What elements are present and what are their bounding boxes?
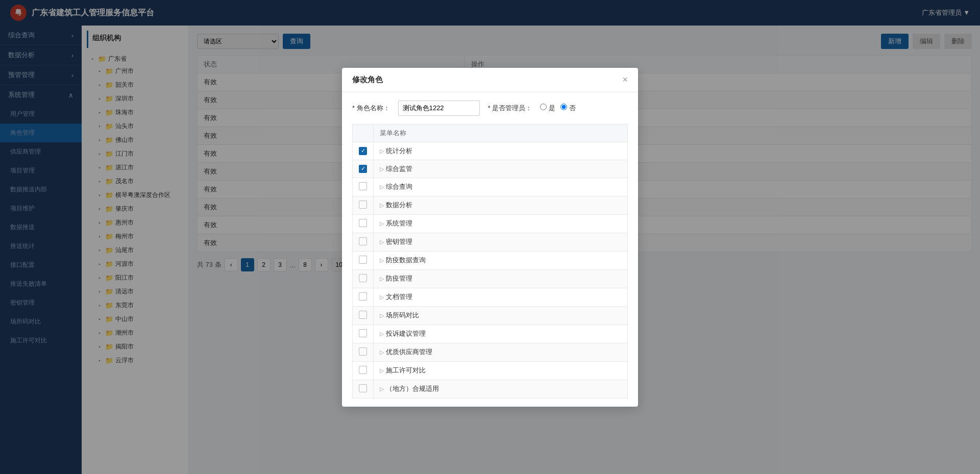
radio-no-text: 否 (569, 104, 576, 112)
modal-close-button[interactable]: × (622, 75, 628, 84)
modal-table-row: ✓ ▷综合监管 (353, 160, 628, 178)
checkbox-cell: ✓ (353, 142, 374, 160)
checkbox-cell (353, 288, 374, 306)
sub-expand-icon: ▷ (380, 202, 384, 208)
modal-table-row: ▷投诉建议管理 (353, 325, 628, 343)
checkbox-unchecked[interactable] (359, 274, 367, 282)
checkbox-unchecked[interactable] (359, 347, 367, 356)
radio-no-label[interactable]: 否 (560, 104, 576, 113)
radio-yes-label[interactable]: 是 (540, 104, 555, 113)
menu-name-cell: ▷密钥管理 (374, 233, 628, 251)
modal-table-row: ▷（地方）合规适用 (353, 380, 628, 398)
is-admin-label: * 是否管理员： (488, 104, 532, 113)
sub-expand-icon: ▷ (380, 386, 384, 392)
col-checkbox-header (353, 124, 374, 142)
menu-name-cell: ▷施工许可对比 (374, 361, 628, 380)
checkbox-cell (353, 178, 374, 196)
modal-dialog: 修改角色 × * 角色名称： * 是否管理员： 是 否 (342, 68, 638, 407)
menu-name-cell: ▷综合监管 (374, 160, 628, 178)
role-name-input[interactable] (398, 101, 480, 116)
sub-expand-icon: ▷ (380, 294, 384, 300)
menu-name-cell: ▷防疫管理 (374, 269, 628, 288)
radio-yes[interactable] (540, 104, 547, 110)
modal-header: 修改角色 × (342, 68, 638, 92)
menu-name-cell: ▷优质供应商管理 (374, 343, 628, 361)
checkbox-cell (353, 269, 374, 288)
checkbox-unchecked[interactable] (359, 329, 367, 337)
modal-body: * 角色名称： * 是否管理员： 是 否 (342, 92, 638, 407)
checkbox-unchecked[interactable] (359, 384, 367, 392)
modal-title: 修改角色 (352, 75, 383, 85)
checkbox-unchecked[interactable] (359, 311, 367, 319)
modal-overlay: 修改角色 × * 角色名称： * 是否管理员： 是 否 (0, 0, 980, 474)
role-name-label: * 角色名称： (352, 104, 390, 113)
sub-expand-icon: ▷ (380, 220, 384, 227)
modal-table-row: ▷数据分析 (353, 196, 628, 214)
radio-yes-text: 是 (549, 104, 555, 112)
modal-table-row: ▷综合查询 (353, 178, 628, 196)
sub-expand-icon: ▷ (380, 276, 384, 282)
checkbox-cell (353, 343, 374, 361)
menu-name-cell: ▷数据分析 (374, 196, 628, 214)
checkbox-unchecked[interactable] (359, 201, 367, 209)
menu-name-cell: ▷文档管理 (374, 288, 628, 306)
sub-expand-icon: ▷ (380, 184, 384, 190)
sub-expand-icon: ▷ (380, 367, 384, 373)
checkbox-cell (353, 214, 374, 233)
modal-table-row: ▷优质供应商管理 (353, 343, 628, 361)
sub-expand-icon: ▷ (380, 257, 384, 263)
modal-table-row: ▷防疫数据查询 (353, 251, 628, 269)
checkbox-cell (353, 306, 374, 325)
checkbox-cell (353, 196, 374, 214)
radio-no[interactable] (560, 104, 567, 110)
checkbox-cell: ✓ (353, 160, 374, 178)
col-menu-name-header: 菜单名称 (374, 124, 628, 142)
sub-expand-icon: ▷ (380, 148, 384, 154)
sub-expand-icon: ▷ (380, 166, 384, 172)
modal-table-row: ▷系统管理 (353, 214, 628, 233)
checkbox-unchecked[interactable] (359, 219, 367, 227)
sub-expand-icon: ▷ (380, 312, 384, 318)
checkbox-unchecked[interactable] (359, 182, 367, 190)
checkbox-checked[interactable]: ✓ (359, 165, 367, 173)
checkbox-cell (353, 251, 374, 269)
checkbox-checked[interactable]: ✓ (359, 147, 367, 155)
checkbox-cell (353, 233, 374, 251)
checkbox-unchecked[interactable] (359, 237, 367, 245)
form-row: * 角色名称： * 是否管理员： 是 否 (352, 101, 628, 116)
modal-menu-table: 菜单名称 ✓ ▷统计分析 ✓ ▷综合监管 ▷综合查询 ▷数据分析 ▷系统管理 ▷… (352, 124, 628, 398)
modal-table-row: ✓ ▷统计分析 (353, 142, 628, 160)
menu-name-cell: ▷综合查询 (374, 178, 628, 196)
modal-table-row: ▷文档管理 (353, 288, 628, 306)
sub-expand-icon: ▷ (380, 239, 384, 245)
menu-name-cell: ▷系统管理 (374, 214, 628, 233)
menu-name-cell: ▷投诉建议管理 (374, 325, 628, 343)
menu-name-cell: ▷场所码对比 (374, 306, 628, 325)
modal-table-row: ▷场所码对比 (353, 306, 628, 325)
modal-table-row: ▷密钥管理 (353, 233, 628, 251)
modal-table-row: ▷施工许可对比 (353, 361, 628, 380)
is-admin-radio-group: 是 否 (540, 104, 575, 113)
sub-expand-icon: ▷ (380, 331, 384, 337)
checkbox-cell (353, 380, 374, 398)
menu-name-cell: ▷（地方）合规适用 (374, 380, 628, 398)
checkbox-unchecked[interactable] (359, 292, 367, 301)
checkbox-unchecked[interactable] (359, 256, 367, 264)
modal-table-row: ▷防疫管理 (353, 269, 628, 288)
sub-expand-icon: ▷ (380, 349, 384, 355)
checkbox-unchecked[interactable] (359, 366, 367, 374)
menu-name-cell: ▷防疫数据查询 (374, 251, 628, 269)
checkbox-cell (353, 361, 374, 380)
menu-name-cell: ▷统计分析 (374, 142, 628, 160)
checkbox-cell (353, 325, 374, 343)
